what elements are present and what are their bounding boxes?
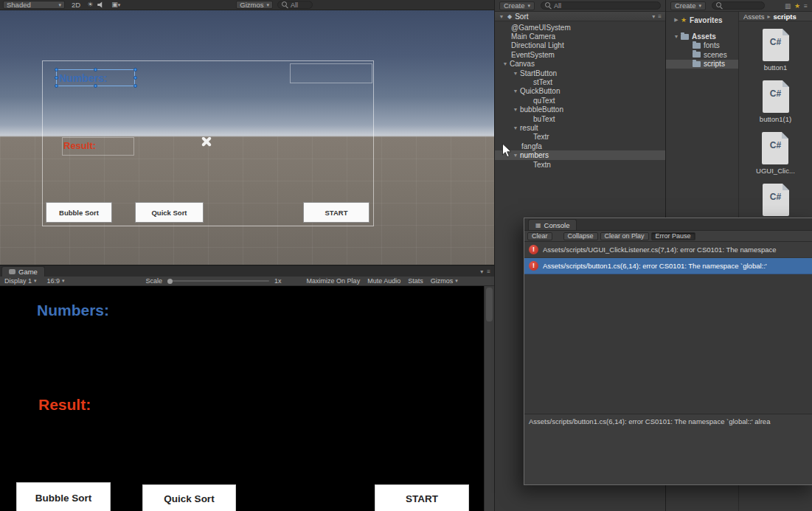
tab-console[interactable]: ▦ Console <box>528 219 577 230</box>
hierarchy-item-numbers[interactable]: ▼numbers <box>495 150 665 159</box>
game-tab-label: Game <box>18 268 38 276</box>
scene-header-sort[interactable]: ▼ ◆ Sort ▾ ≡ <box>495 12 665 21</box>
hierarchy-item-textr[interactable]: Textr <box>495 133 665 142</box>
hierarchy-item-startbutton[interactable]: ▼StartButton <box>495 69 665 77</box>
foldout-arrow-icon[interactable]: ▼ <box>511 125 520 131</box>
game-gizmos-label: Gizmos <box>431 277 454 285</box>
2d-mode-toggle[interactable]: 2D <box>69 1 83 9</box>
console-entry-text: Assets/scripts/UGUI_ClickListener.cs(7,1… <box>543 246 777 254</box>
gizmo-handle[interactable] <box>55 76 58 80</box>
project-folder-scenes[interactable]: scenes <box>666 50 738 59</box>
game-icon <box>9 269 15 274</box>
chevron-down-icon: ▾ <box>34 278 37 284</box>
maximize-on-play-toggle[interactable]: Maximize On Play <box>307 277 361 285</box>
search-by-type-icon[interactable]: ▥ <box>785 2 791 10</box>
console-clear-on-play-toggle[interactable]: Clear on Play <box>600 232 649 240</box>
project-toolbar: Create ▾ ▥ ★ ≡ <box>666 0 812 12</box>
console-titlebar[interactable]: ▦ Console <box>524 218 812 231</box>
console-entry-button1[interactable]: ! Assets/scripts/button1.cs(6,14): error… <box>524 258 812 274</box>
hierarchy-item-directional-light[interactable]: Directional Light <box>495 41 665 50</box>
chevron-down-icon: ▾ <box>455 278 458 284</box>
hierarchy-item-gameuisystem[interactable]: @GameUISystem <box>495 23 665 32</box>
effects-dropdown[interactable]: ▣ ▾ <box>109 1 122 9</box>
game-bubble-sort-button[interactable]: Bubble Sort <box>16 482 111 511</box>
chevron-down-icon[interactable]: ▾ <box>480 268 483 275</box>
breadcrumb-current[interactable]: scripts <box>774 13 797 21</box>
hierarchy-item-eventsystem[interactable]: EventSystem <box>495 50 665 59</box>
game-viewport[interactable]: Numbers: Result: Bubble Sort Quick Sort … <box>0 286 494 511</box>
foldout-arrow-icon[interactable]: ▼ <box>511 88 520 94</box>
gizmo-handle[interactable] <box>94 84 97 88</box>
hierarchy-item-sttext[interactable]: stText <box>495 77 665 86</box>
scene-result-text[interactable]: Result: <box>63 140 96 151</box>
console-clear-button[interactable]: Clear <box>527 232 552 240</box>
scene-quick-sort-button[interactable]: Quick Sort <box>135 202 204 223</box>
console-detail[interactable]: Assets/scripts/button1.cs(6,14): error C… <box>524 414 812 484</box>
gizmo-handle[interactable] <box>133 68 137 72</box>
breadcrumb-root[interactable]: Assets <box>743 13 765 21</box>
console-error-pause-toggle[interactable]: Error Pause <box>651 232 695 240</box>
hierarchy-item-butext[interactable]: buText <box>495 114 665 123</box>
gizmo-handle[interactable] <box>94 68 97 72</box>
chevron-down-icon[interactable]: ▾ <box>652 13 655 20</box>
hierarchy-item-textn[interactable]: Textn <box>495 160 665 169</box>
hierarchy-create-button[interactable]: Create ▾ <box>499 1 535 10</box>
foldout-arrow-icon[interactable]: ▼ <box>511 107 520 112</box>
hierarchy-item-fangfa[interactable]: fangfa <box>495 142 665 150</box>
project-create-button[interactable]: Create ▾ <box>670 1 706 10</box>
scale-slider[interactable] <box>167 280 269 282</box>
hierarchy-item-result[interactable]: ▼result <box>495 123 665 132</box>
gizmo-handle[interactable] <box>55 84 58 88</box>
console-collapse-toggle[interactable]: Collapse <box>563 232 598 240</box>
scale-slider-thumb[interactable] <box>167 279 173 284</box>
hierarchy-item-canvas[interactable]: ▼Canvas <box>495 60 665 69</box>
chevron-right-icon: ▸ <box>768 13 771 20</box>
hierarchy-item-bubblebutton[interactable]: ▼bubbleButton <box>495 105 665 114</box>
project-folder-scripts[interactable]: scripts <box>666 60 738 69</box>
scene-numbers-text[interactable]: Numbers: <box>59 72 107 84</box>
hierarchy-item-qutext[interactable]: quText <box>495 96 665 105</box>
foldout-arrow-icon[interactable]: ▼ <box>501 61 510 66</box>
gizmo-handle[interactable] <box>55 68 58 72</box>
menu-icon[interactable]: ≡ <box>487 268 490 275</box>
display-dropdown[interactable]: Display 1 ▾ <box>4 277 37 285</box>
foldout-arrow-icon[interactable]: ▼ <box>672 34 681 39</box>
stats-toggle[interactable]: Stats <box>408 277 423 285</box>
gizmo-handle[interactable] <box>133 76 137 80</box>
scene-viewport[interactable]: Numbers: Result: Bubble Sort Quick Sort … <box>0 10 494 265</box>
project-file-button1-1[interactable]: C# button1(1) <box>760 80 791 123</box>
gizmo-handle[interactable] <box>133 84 137 88</box>
scene-search-input[interactable]: All <box>277 1 313 9</box>
project-file-button1[interactable]: C# button1 <box>763 29 789 72</box>
foldout-arrow-icon[interactable]: ▼ <box>499 14 504 19</box>
project-file-ugui-clicklistener[interactable]: C# UGUI_Clic... <box>756 132 795 175</box>
scene-lighting-icon[interactable]: ☀ <box>87 1 93 9</box>
foldout-arrow-icon[interactable]: ▼ <box>511 71 520 76</box>
mute-audio-toggle[interactable]: Mute Audio <box>367 277 400 285</box>
menu-icon[interactable]: ≡ <box>804 2 808 10</box>
project-favorites[interactable]: ▶ ★ Favorites <box>666 15 738 24</box>
menu-icon[interactable]: ≡ <box>658 13 662 20</box>
hierarchy-item-main-camera[interactable]: Main Camera <box>495 32 665 41</box>
scene-bubble-sort-button[interactable]: Bubble Sort <box>46 202 112 223</box>
game-scrollbar-thumb[interactable] <box>486 288 493 321</box>
hierarchy-search-input[interactable]: All <box>541 1 661 10</box>
scene-audio-icon[interactable] <box>97 1 105 8</box>
aspect-ratio-dropdown[interactable]: 16:9 ▾ <box>47 277 65 285</box>
game-scrollbar[interactable] <box>484 286 494 511</box>
gizmos-dropdown[interactable]: Gizmos ▾ <box>236 1 273 9</box>
hierarchy-item-quickbutton[interactable]: ▼QuickButton <box>495 87 665 96</box>
console-icon: ▦ <box>535 222 541 229</box>
tab-game[interactable]: Game <box>1 266 45 277</box>
shading-mode-dropdown[interactable]: Shaded ▾ <box>3 1 65 9</box>
game-start-button[interactable]: START <box>375 484 469 511</box>
game-gizmos-dropdown[interactable]: Gizmos ▾ <box>431 277 458 285</box>
console-entry-ugui-clicklistener[interactable]: ! Assets/scripts/UGUI_ClickListener.cs(7… <box>524 242 812 258</box>
scene-start-button[interactable]: START <box>303 202 369 223</box>
project-folder-fonts[interactable]: fonts <box>666 41 738 50</box>
project-folder-assets[interactable]: ▼ Assets <box>666 32 738 41</box>
project-search-input[interactable] <box>712 1 765 10</box>
foldout-arrow-icon[interactable]: ▶ <box>672 17 681 23</box>
game-quick-sort-button[interactable]: Quick Sort <box>142 484 236 511</box>
favorites-star-icon[interactable]: ★ <box>794 2 800 10</box>
